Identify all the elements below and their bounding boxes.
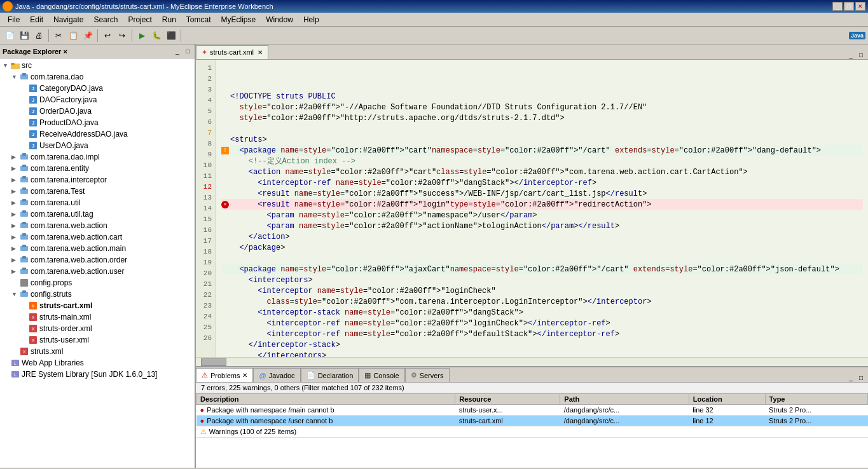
col-resource[interactable]: Resource [455, 394, 560, 405]
tree-item[interactable]: Xstruts.xml [0, 346, 195, 357]
table-row[interactable]: ●Package with namespace /user cannot b s… [196, 416, 868, 426]
col-path[interactable]: Path [560, 394, 689, 405]
save-button[interactable]: 💾 [17, 29, 31, 43]
col-description[interactable]: Description [196, 394, 455, 405]
tree-expand-icon[interactable]: ▶ [11, 177, 19, 183]
menu-item-run[interactable]: Run [157, 14, 181, 25]
tree-item[interactable]: LJRE System Library [Sun JDK 1.6.0_13] [0, 369, 195, 380]
stop-button[interactable]: ⬛ [164, 29, 178, 43]
problems-close-icon[interactable]: ✕ [242, 372, 247, 379]
tree-expand-icon[interactable]: ▶ [11, 268, 19, 275]
code-line: <interceptor-ref name=style="color:#2a00… [221, 329, 863, 339]
tree-item[interactable]: ▶com.tarena.entity [0, 163, 195, 174]
menu-item-file[interactable]: File [3, 14, 25, 25]
tree-item[interactable]: ▶com.tarena.web.action.cart [0, 231, 195, 243]
svg-rect-31 [22, 233, 26, 236]
pe-maximize-button[interactable]: □ [183, 47, 192, 56]
tab-servers[interactable]: ⚙ Servers [405, 368, 450, 382]
tree-item[interactable]: Xstruts-order.xml [0, 323, 195, 334]
tree-item[interactable]: ▶com.tarena.Test [0, 186, 195, 197]
col-type[interactable]: Type [765, 394, 867, 405]
tree-expand-icon[interactable]: ▼ [3, 62, 10, 69]
tree-expand-icon[interactable]: ▶ [11, 165, 19, 172]
tree-item[interactable]: JCategoryDAO.java [0, 83, 195, 94]
line-number: 13 [196, 192, 216, 203]
run-button[interactable]: ▶ [135, 29, 149, 43]
tree-item[interactable]: ▼com.tarena.dao [0, 71, 195, 83]
tree-item[interactable]: ▶com.tarena.util.tag [0, 208, 195, 220]
tree-expand-icon[interactable]: ▼ [11, 74, 19, 80]
editor-min-button[interactable]: _ [846, 50, 855, 59]
tree-expand-icon[interactable]: ▶ [11, 234, 19, 240]
new-button[interactable]: 📄 [3, 29, 17, 43]
tree-item-icon: L [10, 369, 20, 379]
tab-console[interactable]: ▦ Console [359, 368, 404, 382]
tree-expand-icon[interactable]: ▶ [11, 188, 19, 194]
redo-button[interactable]: ↪ [115, 29, 129, 43]
toolbar-sep-4 [181, 29, 181, 42]
tree-item[interactable]: ▶com.tarena.web.action.order [0, 254, 195, 266]
tree-item[interactable]: ▶com.tarena.util [0, 197, 195, 208]
tab-javadoc[interactable]: @ Javadoc [253, 368, 300, 382]
tree-item[interactable]: ▼src [0, 60, 195, 71]
tree-item[interactable]: ▶com.tarena.dao.impl [0, 151, 195, 163]
debug-button[interactable]: 🐛 [149, 29, 163, 43]
tree-item[interactable]: JReceiveAddressDAO.java [0, 128, 195, 140]
tree-expand-icon[interactable]: ▶ [11, 200, 19, 206]
table-row[interactable]: ⚠Warnings (100 of 225 items) [196, 426, 868, 438]
tree-item[interactable]: Xstruts-cart.xml [0, 300, 195, 311]
editor-max-button[interactable]: □ [857, 50, 865, 59]
tab-close-icon[interactable]: ✕ [258, 49, 263, 56]
tree-expand-icon[interactable]: ▼ [11, 291, 19, 297]
tree-item[interactable]: ▶com.tarena.web.action.user [0, 266, 195, 277]
col-location[interactable]: Location [689, 394, 765, 405]
tab-declaration[interactable]: 📄 Declaration [301, 368, 359, 382]
minimize-button[interactable]: _ [832, 2, 843, 11]
code-line: class=style="color:#2a00ff">"com.tarena.… [221, 296, 863, 307]
tree-item[interactable]: JProductDAO.java [0, 117, 195, 128]
undo-button[interactable]: ↩ [100, 29, 114, 43]
menu-item-tomcat[interactable]: Tomcat [181, 14, 216, 25]
maximize-button[interactable]: □ [844, 2, 854, 11]
menu-item-help[interactable]: Help [298, 14, 324, 25]
tree-item[interactable]: Xstruts-main.xml [0, 311, 195, 323]
tree-expand-icon[interactable]: ▶ [11, 257, 19, 263]
editor-tab-struts-cart[interactable]: ✦ struts-cart.xml ✕ [196, 45, 268, 59]
menu-item-edit[interactable]: Edit [25, 14, 48, 25]
tree-item[interactable]: ▶com.tarena.web.action.main [0, 243, 195, 254]
tab-problems[interactable]: ⚠ Problems ✕ [196, 368, 253, 382]
tree-expand-icon[interactable]: ▶ [11, 211, 19, 217]
pe-minimize-button[interactable]: _ [173, 47, 182, 56]
paste-button[interactable]: 📌 [81, 29, 95, 43]
hscroll-thumb[interactable] [201, 358, 226, 366]
code-content[interactable]: <!DOCTYPE struts PUBLIC style="color:#2a… [216, 60, 868, 357]
bottom-max-button[interactable]: □ [857, 373, 865, 382]
menu-item-myeclipse[interactable]: MyEclipse [216, 14, 261, 25]
tree-item[interactable]: JOrderDAO.java [0, 105, 195, 117]
cut-button[interactable]: ✂ [52, 29, 65, 43]
tree-item[interactable]: ▼config.struts [0, 289, 195, 300]
close-button[interactable]: ✕ [855, 2, 865, 11]
tree-item-icon [19, 243, 29, 254]
horizontal-scrollbar[interactable] [196, 357, 868, 366]
tree-item[interactable]: LWeb App Libraries [0, 357, 195, 369]
copy-button[interactable]: 📋 [66, 29, 80, 43]
tree-item[interactable]: JUserDAO.java [0, 140, 195, 151]
table-row[interactable]: ●Package with namespace /main cannot b s… [196, 405, 868, 416]
code-editor[interactable]: 1234567891011121314151617181920212223242… [196, 60, 868, 357]
tree-item[interactable]: config.props [0, 277, 195, 289]
print-button[interactable]: 🖨 [32, 29, 46, 43]
tree-item[interactable]: ▶com.tarena.web.action [0, 220, 195, 231]
menu-item-project[interactable]: Project [123, 14, 156, 25]
tree-expand-icon[interactable]: ▶ [11, 154, 19, 160]
menu-item-search[interactable]: Search [88, 14, 123, 25]
menu-item-navigate[interactable]: Navigate [48, 14, 88, 25]
tree-expand-icon[interactable]: ▶ [11, 245, 19, 252]
tree-item[interactable]: JDAOFactory.java [0, 94, 195, 105]
tree-expand-icon[interactable]: ▶ [11, 222, 19, 229]
problems-table[interactable]: Description Resource Path Location Type … [196, 393, 868, 468]
tree-item[interactable]: Xstruts-user.xml [0, 334, 195, 346]
tree-item[interactable]: ▶com.tarena.interceptor [0, 174, 195, 186]
bottom-min-button[interactable]: _ [846, 373, 855, 382]
menu-item-window[interactable]: Window [261, 14, 298, 25]
